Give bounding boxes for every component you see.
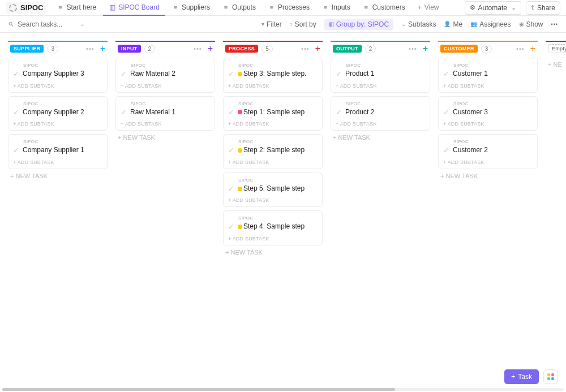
add-subtask-button[interactable]: + ADD SUBTASK bbox=[228, 236, 318, 242]
share-button[interactable]: Share bbox=[526, 1, 560, 15]
tab-inputs[interactable]: Inputs bbox=[316, 0, 356, 16]
new-task-link[interactable]: + NE bbox=[546, 58, 566, 71]
add-subtask-button[interactable]: + ADD SUBTASK bbox=[336, 83, 425, 89]
show-button[interactable]: ◉ Show bbox=[519, 20, 543, 28]
add-subtask-button[interactable]: + ADD SUBTASK bbox=[13, 160, 102, 165]
assignees-button[interactable]: 👥 Assignees bbox=[470, 20, 511, 28]
column-more-output[interactable]: ••• bbox=[409, 45, 417, 52]
apps-button[interactable] bbox=[543, 369, 558, 384]
task-card[interactable]: SIPOC✓Product 1+ ADD SUBTASK bbox=[331, 58, 430, 93]
horizontal-scrollbar[interactable] bbox=[2, 388, 564, 391]
card-title-text: Step 3: Sample step. bbox=[243, 70, 306, 77]
card-list-tag: SIPOC bbox=[238, 101, 318, 106]
column-label-supplier[interactable]: SUPPLIER bbox=[10, 45, 44, 53]
check-icon[interactable]: ✓ bbox=[228, 70, 234, 79]
column-add-output[interactable]: + bbox=[421, 44, 430, 53]
column-more-supplier[interactable]: ••• bbox=[86, 45, 95, 52]
check-icon[interactable]: ✓ bbox=[13, 70, 19, 79]
new-task-link[interactable]: + NEW TASK bbox=[223, 245, 323, 259]
task-card[interactable]: SIPOC✓Raw Material 2+ ADD SUBTASK bbox=[115, 58, 215, 93]
more-button[interactable] bbox=[551, 21, 558, 27]
add-subtask-button[interactable]: + ADD SUBTASK bbox=[228, 160, 318, 165]
tab-processes[interactable]: Processes bbox=[263, 0, 315, 16]
tab-customers[interactable]: Customers bbox=[357, 0, 411, 16]
search-input[interactable] bbox=[18, 20, 74, 28]
column-add-process[interactable]: + bbox=[313, 44, 323, 53]
tab-add-view[interactable]: + View bbox=[412, 0, 445, 16]
column-add-customer[interactable]: + bbox=[528, 44, 538, 53]
check-icon[interactable]: ✓ bbox=[228, 222, 234, 231]
tab-outputs[interactable]: Outputs bbox=[217, 0, 261, 16]
task-card[interactable]: SIPOC✓Step 4: Sample step+ ADD SUBTASK bbox=[223, 210, 323, 245]
check-icon[interactable]: ✓ bbox=[336, 108, 342, 117]
card-title-row: ✓Step 5: Sample step bbox=[228, 184, 318, 193]
check-icon[interactable]: ✓ bbox=[336, 70, 342, 79]
subtasks-button[interactable]: ⌄ Subtasks bbox=[401, 20, 436, 28]
task-card[interactable]: SIPOC✓Raw Material 1+ ADD SUBTASK bbox=[115, 96, 215, 131]
column-customer: CUSTOMER3•••+SIPOC✓Customer 1+ ADD SUBTA… bbox=[438, 41, 538, 387]
task-card[interactable]: SIPOC✓Step 1: Sample step+ ADD SUBTASK bbox=[223, 96, 323, 131]
check-icon[interactable]: ✓ bbox=[121, 70, 127, 79]
task-card[interactable]: SIPOC✓Company Supplier 2+ ADD SUBTASK bbox=[8, 96, 108, 131]
task-card[interactable]: SIPOC✓Step 5: Sample step+ ADD SUBTASK bbox=[223, 173, 323, 208]
check-icon[interactable]: ✓ bbox=[443, 108, 449, 117]
me-button[interactable]: 👤 Me bbox=[444, 20, 462, 28]
add-subtask-button[interactable]: + ADD SUBTASK bbox=[228, 197, 318, 203]
group-by-button[interactable]: ◧ Group by: SIPOC bbox=[324, 19, 393, 30]
add-subtask-button[interactable]: + ADD SUBTASK bbox=[228, 121, 318, 127]
add-subtask-button[interactable]: + ADD SUBTASK bbox=[336, 121, 425, 127]
new-task-link[interactable]: + NEW TASK bbox=[331, 131, 430, 144]
automate-button[interactable]: ⚙ Automate bbox=[465, 1, 521, 15]
tab-sipoc-board[interactable]: SIPOC Board bbox=[103, 0, 165, 16]
check-icon[interactable]: ✓ bbox=[228, 146, 234, 155]
workspace-badge[interactable]: SIPOC bbox=[6, 2, 46, 14]
task-card[interactable]: SIPOC✓Customer 3+ ADD SUBTASK bbox=[438, 96, 538, 131]
column-label-customer[interactable]: CUSTOMER bbox=[440, 45, 478, 53]
search-wrap[interactable]: 🔍︎ ⌄ bbox=[8, 20, 93, 28]
column-more-customer[interactable]: ••• bbox=[516, 45, 525, 52]
add-subtask-button[interactable]: + ADD SUBTASK bbox=[13, 121, 102, 127]
check-icon[interactable]: ✓ bbox=[443, 70, 449, 79]
add-subtask-button[interactable]: + ADD SUBTASK bbox=[443, 160, 533, 165]
column-label-process[interactable]: PROCESS bbox=[225, 45, 258, 53]
new-task-link[interactable]: + NEW TASK bbox=[8, 169, 108, 183]
column-label-empty[interactable]: Empty bbox=[548, 44, 566, 53]
column-label-input[interactable]: INPUT bbox=[118, 45, 141, 53]
task-card[interactable]: SIPOC✓Customer 2+ ADD SUBTASK bbox=[438, 134, 538, 169]
task-card[interactable]: SIPOC✓Step 2: Sample step+ ADD SUBTASK bbox=[223, 134, 323, 169]
column-more-input[interactable]: ••• bbox=[194, 45, 202, 52]
task-card[interactable]: SIPOC✓Company Supplier 1+ ADD SUBTASK bbox=[8, 134, 108, 169]
scroll-thumb[interactable] bbox=[2, 388, 395, 391]
column-add-supplier[interactable]: + bbox=[98, 44, 108, 53]
task-card[interactable]: SIPOC✓Company Supplier 3+ ADD SUBTASK bbox=[8, 58, 108, 93]
add-subtask-button[interactable]: + ADD SUBTASK bbox=[13, 83, 102, 89]
task-card[interactable]: SIPOC✓Product 2+ ADD SUBTASK bbox=[331, 96, 430, 131]
add-subtask-button[interactable]: + ADD SUBTASK bbox=[121, 121, 210, 127]
tab-suppliers[interactable]: Suppliers bbox=[166, 0, 216, 16]
column-label-output[interactable]: OUTPUT bbox=[333, 45, 362, 53]
task-card[interactable]: SIPOC✓Customer 1+ ADD SUBTASK bbox=[438, 58, 538, 93]
check-icon[interactable]: ✓ bbox=[443, 146, 449, 155]
task-card[interactable]: SIPOC✓Step 3: Sample step.+ ADD SUBTASK bbox=[223, 58, 323, 93]
card-title-row: ✓Product 1 bbox=[336, 70, 425, 79]
card-list-tag: SIPOC bbox=[131, 63, 210, 68]
sort-button[interactable]: ↕ Sort by bbox=[290, 20, 316, 28]
filter-button[interactable]: ▾ Filter bbox=[261, 20, 282, 28]
check-icon[interactable]: ✓ bbox=[13, 108, 19, 117]
apps-grid-icon bbox=[547, 373, 554, 380]
check-icon[interactable]: ✓ bbox=[228, 184, 234, 193]
add-subtask-button[interactable]: + ADD SUBTASK bbox=[443, 121, 533, 127]
column-add-input[interactable]: + bbox=[205, 44, 215, 53]
add-subtask-button[interactable]: + ADD SUBTASK bbox=[228, 83, 318, 89]
add-subtask-button[interactable]: + ADD SUBTASK bbox=[443, 83, 533, 89]
new-task-link[interactable]: + NEW TASK bbox=[438, 169, 538, 183]
card-list-tag: SIPOC bbox=[238, 63, 318, 68]
check-icon[interactable]: ✓ bbox=[121, 108, 127, 117]
check-icon[interactable]: ✓ bbox=[228, 108, 234, 117]
check-icon[interactable]: ✓ bbox=[13, 146, 19, 155]
tab-start-here[interactable]: Start here bbox=[51, 0, 102, 16]
column-more-process[interactable]: ••• bbox=[301, 45, 310, 52]
add-subtask-button[interactable]: + ADD SUBTASK bbox=[121, 83, 210, 89]
new-task-button[interactable]: + Task bbox=[504, 369, 539, 384]
new-task-link[interactable]: + NEW TASK bbox=[115, 131, 215, 144]
